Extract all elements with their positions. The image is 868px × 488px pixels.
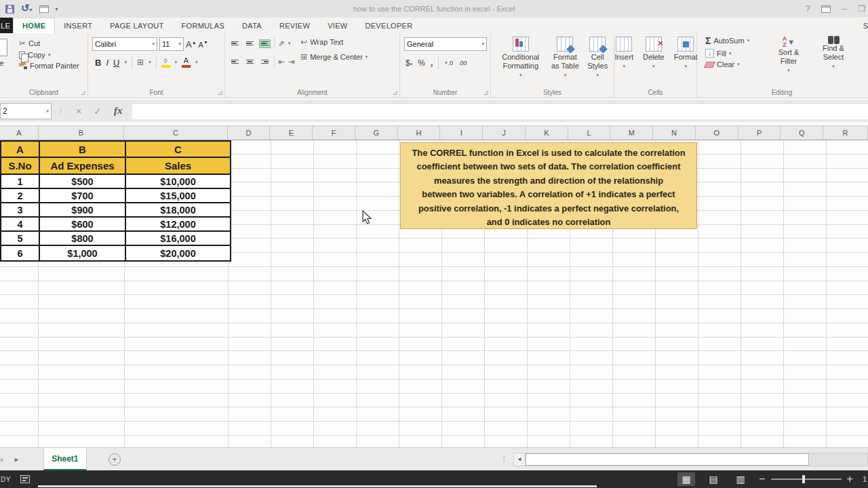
table-cell[interactable]: $500	[40, 175, 126, 188]
find-select-button[interactable]: Find & Select▾	[811, 35, 856, 87]
column-header-G[interactable]: G	[355, 126, 398, 140]
increase-decimal-button[interactable]: +.0	[444, 60, 453, 66]
table-cell[interactable]: $15,000	[126, 189, 230, 202]
column-header-F[interactable]: F	[313, 126, 355, 140]
column-header-B[interactable]: B	[39, 126, 125, 140]
table-cell[interactable]: 2	[1, 189, 40, 202]
tab-review[interactable]: REVIEW	[271, 18, 319, 33]
decrease-decimal-button[interactable]: .00	[458, 60, 467, 66]
data-table[interactable]: ABCS.NoAd ExpensesSales1$500$10,0002$700…	[0, 140, 231, 262]
column-header-C[interactable]: C	[124, 126, 227, 140]
sheet-nav-right-icon[interactable]: ►	[9, 456, 24, 463]
horizontal-scrollbar[interactable]: ◄	[513, 453, 868, 466]
sheet-nav-left-icon[interactable]: ◄	[0, 456, 9, 463]
normal-view-button[interactable]: ▦	[677, 472, 695, 486]
orientation-icon[interactable]: ⇗	[278, 39, 285, 48]
table-cell[interactable]: 3	[1, 203, 40, 216]
formula-bar-splitter-icon[interactable]: ⋮	[52, 106, 70, 115]
scrollbar-thumb[interactable]	[526, 453, 809, 466]
table-cell[interactable]: $20,000	[126, 246, 230, 260]
delete-cells-button[interactable]: × Delete▾	[640, 36, 667, 87]
table-cell[interactable]: $800	[40, 232, 126, 245]
macro-record-icon[interactable]	[20, 475, 30, 483]
table-cell[interactable]: $18,000	[126, 203, 230, 216]
ribbon-display-options-icon[interactable]	[821, 5, 831, 13]
number-dialog-launcher-icon[interactable]: ◿	[484, 89, 488, 96]
new-sheet-button[interactable]: +	[108, 453, 121, 466]
table-cell[interactable]: B	[40, 142, 126, 157]
save-icon[interactable]	[5, 5, 14, 14]
name-box[interactable]: 2▾	[0, 103, 52, 119]
bold-button[interactable]: B	[95, 58, 101, 68]
font-size-combobox[interactable]: 11▾	[159, 37, 184, 51]
fill-color-dropdown-icon[interactable]: ▾	[175, 60, 178, 65]
table-cell[interactable]: 5	[1, 232, 40, 245]
tab-data[interactable]: DATA	[233, 18, 271, 33]
column-header-J[interactable]: J	[483, 126, 526, 140]
accounting-format-button[interactable]: $▾	[406, 58, 412, 68]
table-cell[interactable]: $1,000	[40, 246, 126, 260]
insert-cells-button[interactable]: Insert▾	[612, 36, 636, 87]
column-header-P[interactable]: P	[738, 126, 781, 140]
spreadsheet-grid[interactable]: ABCS.NoAd ExpensesSales1$500$10,0002$700…	[0, 140, 868, 447]
column-header-N[interactable]: N	[653, 126, 696, 140]
clipboard-dialog-launcher-icon[interactable]: ◿	[81, 89, 85, 96]
tab-page-layout[interactable]: PAGE LAYOUT	[101, 18, 172, 33]
table-cell[interactable]: 1	[1, 175, 40, 188]
scroll-left-icon[interactable]: ◄	[514, 453, 526, 466]
page-layout-view-button[interactable]: ▤	[705, 472, 722, 486]
sort-filter-button[interactable]: AZ ▼ Sort & Filter▾	[766, 35, 811, 87]
table-cell[interactable]: 4	[1, 218, 40, 230]
align-center-button[interactable]	[244, 58, 256, 66]
tab-formulas[interactable]: FORMULAS	[173, 18, 234, 33]
zoom-out-icon[interactable]: −	[759, 473, 765, 485]
window-preview-icon[interactable]	[39, 5, 49, 13]
zoom-in-icon[interactable]: +	[847, 473, 853, 485]
tab-insert[interactable]: INSERT	[55, 18, 101, 33]
paste-button[interactable]: te	[0, 39, 11, 67]
number-format-dropdown-icon[interactable]: ▾	[481, 41, 484, 47]
font-size-dropdown-icon[interactable]: ▾	[178, 41, 181, 47]
tab-le[interactable]: LE	[0, 18, 13, 33]
table-cell[interactable]: Ad Expenses	[40, 158, 126, 174]
sheet-tab-sheet1[interactable]: Sheet1	[43, 448, 87, 470]
fill-dropdown-icon[interactable]: ▾	[729, 51, 732, 56]
column-header-E[interactable]: E	[270, 126, 313, 140]
font-color-dropdown-icon[interactable]: ▾	[195, 60, 198, 65]
bottom-align-button[interactable]	[259, 39, 271, 48]
increase-font-size-button[interactable]: A▲	[186, 39, 197, 49]
column-header-L[interactable]: L	[568, 126, 611, 140]
number-format-combobox[interactable]: General▾	[404, 37, 487, 51]
decrease-indent-icon[interactable]: ⇤	[278, 57, 285, 66]
font-dialog-launcher-icon[interactable]: ◿	[218, 89, 222, 96]
merge-center-dropdown-icon[interactable]: ▾	[366, 54, 368, 60]
table-cell[interactable]: 6	[1, 246, 40, 260]
clear-button[interactable]: Clear▾	[705, 60, 766, 68]
column-header-R[interactable]: R	[823, 126, 868, 140]
increase-indent-icon[interactable]: ⇥	[288, 57, 295, 66]
format-painter-button[interactable]: Format Painter	[19, 62, 85, 70]
alignment-dialog-launcher-icon[interactable]: ◿	[393, 89, 397, 96]
table-cell[interactable]: Sales	[126, 158, 230, 174]
accounting-dropdown-icon[interactable]: ▾	[410, 62, 413, 66]
zoom-slider-thumb[interactable]	[802, 475, 805, 483]
formula-input[interactable]	[132, 103, 868, 119]
zoom-slider[interactable]	[771, 479, 842, 480]
align-left-button[interactable]	[229, 58, 241, 66]
undo-dropdown-icon[interactable]: ▾	[30, 7, 33, 13]
cut-button[interactable]: ✂Cut	[19, 39, 85, 48]
column-header-M[interactable]: M	[610, 126, 653, 140]
wrap-text-button[interactable]: ↩Wrap Text	[300, 37, 368, 47]
table-cell[interactable]: S.No	[1, 158, 40, 174]
column-header-O[interactable]: O	[696, 126, 738, 140]
borders-icon[interactable]: ⊞	[137, 58, 144, 67]
copy-button[interactable]: Copy▾	[19, 51, 85, 59]
tab-scrollbar-splitter-icon[interactable]: ⋮	[500, 455, 507, 464]
name-box-dropdown-icon[interactable]: ▾	[45, 108, 51, 114]
restore-icon[interactable]: ❐	[858, 4, 865, 14]
clear-dropdown-icon[interactable]: ▾	[737, 62, 740, 67]
borders-dropdown-icon[interactable]: ▾	[149, 60, 151, 65]
correl-textbox[interactable]: The CORREL function in Excel is used to …	[400, 142, 697, 229]
column-header-A[interactable]: A	[0, 126, 39, 140]
autosum-button[interactable]: ΣAutoSum▾	[705, 35, 766, 46]
